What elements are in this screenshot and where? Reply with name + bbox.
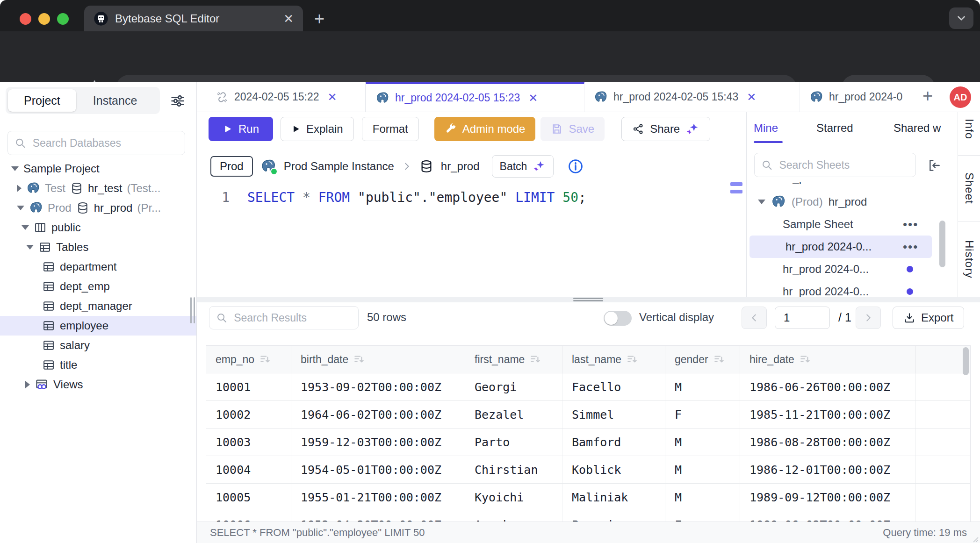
rail-tab-sheet[interactable]: Sheet xyxy=(958,156,980,221)
sheet-item-sample-sheet[interactable]: Sample Sheet ••• xyxy=(747,213,958,236)
table-row[interactable]: 10005 1955-01-21T00:00:00Z Kyoichi Malin… xyxy=(206,484,970,511)
tab-mine[interactable]: Mine xyxy=(754,121,778,135)
tab-starred[interactable]: Starred xyxy=(816,121,853,135)
instance-name[interactable]: Prod Sample Instance xyxy=(284,160,394,173)
sort-icon[interactable] xyxy=(259,353,271,365)
database-name[interactable]: hr_prod xyxy=(441,160,480,173)
tree-item-hr-prod[interactable]: Prod hr_prod (Pr... xyxy=(0,198,197,218)
caret-down-icon[interactable] xyxy=(26,245,34,250)
sidebar-resize-handle[interactable] xyxy=(190,297,192,323)
tree-item-tables-group[interactable]: Tables xyxy=(0,237,197,257)
tab-shared-with-me[interactable]: Shared w xyxy=(894,121,941,135)
column-header-hire-date[interactable]: hire_date xyxy=(740,346,916,373)
table-row[interactable]: 10004 1954-05-01T00:00:00Z Chirstian Kob… xyxy=(206,456,970,484)
caret-right-icon[interactable] xyxy=(17,185,22,192)
sheet-tab-1[interactable]: 2024-02-05 15:22 ✕ xyxy=(206,82,366,112)
zoom-window-button[interactable] xyxy=(57,13,69,25)
tree-item-table-department[interactable]: department xyxy=(0,257,197,277)
close-tab-icon[interactable]: ✕ xyxy=(747,91,756,104)
search-sheets-input[interactable] xyxy=(778,158,909,172)
results-scrollbar[interactable] xyxy=(963,347,969,375)
tree-item-table-title[interactable]: title xyxy=(0,355,197,375)
column-header-last-name[interactable]: last_name xyxy=(562,346,665,373)
tree-item-table-salary[interactable]: salary xyxy=(0,336,197,355)
more-menu-icon[interactable]: ••• xyxy=(903,240,918,254)
sheet-tab-3[interactable]: hr_prod 2024-02-05 15:43 ✕ xyxy=(584,82,800,112)
database-search[interactable] xyxy=(7,131,185,155)
sheet-tab-2-active[interactable]: hr_prod 2024-02-05 15:23 ✕ xyxy=(366,82,584,112)
database-tree: Sample Project Test hr_test (Test... Pro… xyxy=(0,159,197,394)
sort-icon[interactable] xyxy=(626,353,638,365)
table-row[interactable]: 10003 1959-12-03T00:00:00Z Parto Bamford… xyxy=(206,429,970,456)
table-row[interactable]: 10006 1953-04-20T00:00:00Z Anneke Preusi… xyxy=(206,511,970,522)
close-window-button[interactable] xyxy=(20,13,31,25)
sort-icon[interactable] xyxy=(529,353,541,365)
table-row[interactable]: 10002 1964-06-02T00:00:00Z Bezalel Simme… xyxy=(206,401,970,429)
close-tab-icon[interactable]: ✕ xyxy=(528,92,538,105)
tree-item-table-dept-emp[interactable]: dept_emp xyxy=(0,277,197,296)
sort-icon[interactable] xyxy=(799,353,811,365)
column-header-emp-no[interactable]: emp_no xyxy=(206,346,291,373)
search-databases-input[interactable] xyxy=(32,136,178,150)
resize-grip-icon[interactable] xyxy=(971,535,979,543)
tab-search-button[interactable] xyxy=(949,7,973,29)
sort-icon[interactable] xyxy=(713,353,725,365)
tree-item-views-group[interactable]: Views xyxy=(0,375,197,394)
column-header-first-name[interactable]: first_name xyxy=(465,346,562,373)
caret-down-icon[interactable] xyxy=(17,206,24,210)
unsaved-dot-icon xyxy=(907,288,913,295)
format-button[interactable]: Format xyxy=(362,117,419,141)
browser-tab[interactable]: Bytebase SQL Editor ✕ xyxy=(84,6,303,31)
tree-item-sample-project[interactable]: Sample Project xyxy=(0,159,197,179)
sheet-group-hr-prod[interactable]: (Prod) hr_prod xyxy=(747,191,958,213)
tree-item-table-dept-manager[interactable]: dept_manager xyxy=(0,296,197,316)
explain-button[interactable]: Explain xyxy=(281,117,354,141)
table-icon xyxy=(42,300,55,313)
batch-button[interactable]: Batch xyxy=(492,155,554,178)
user-avatar[interactable]: AD xyxy=(950,86,971,108)
sheet-item-unsaved[interactable]: hr_prod 2024-0... xyxy=(747,258,958,280)
sheet-tab-4[interactable]: hr_prod 2024-0 xyxy=(800,82,916,112)
caret-down-icon[interactable] xyxy=(758,200,765,204)
admin-mode-button[interactable]: Admin mode xyxy=(434,117,536,141)
new-tab-button[interactable]: + xyxy=(314,10,324,27)
run-button[interactable]: Run xyxy=(209,117,273,141)
sheet-panel-scrollbar[interactable] xyxy=(939,221,945,267)
info-icon[interactable] xyxy=(568,158,584,174)
rail-tab-info[interactable]: Info xyxy=(958,112,980,156)
minimize-window-button[interactable] xyxy=(38,13,50,25)
more-menu-icon[interactable]: ••• xyxy=(903,217,918,232)
import-sheet-icon[interactable] xyxy=(927,158,942,173)
caret-right-icon[interactable] xyxy=(25,381,30,388)
bytebase-app: Project Instance Sample Project Test xyxy=(0,82,980,543)
filter-sliders-icon[interactable] xyxy=(169,93,186,109)
tree-item-schema-public[interactable]: public xyxy=(0,218,197,237)
share-button[interactable]: Share xyxy=(621,117,710,141)
drag-handle-icon[interactable] xyxy=(573,300,603,301)
tree-item-hr-test[interactable]: Test hr_test (Test... xyxy=(0,179,197,198)
new-sheet-tab-button[interactable]: + xyxy=(922,86,933,106)
sheet-item-selected[interactable]: hr_prod 2024-0... ••• xyxy=(749,236,932,258)
column-header-birth-date[interactable]: birth_date xyxy=(291,346,465,373)
sheet-item-unsaved[interactable]: hr_prod 2024-0... xyxy=(747,280,958,297)
caret-down-icon[interactable] xyxy=(11,166,19,171)
sort-icon[interactable] xyxy=(353,353,365,365)
tab-close-icon[interactable]: ✕ xyxy=(283,13,294,25)
drag-handle-icon[interactable] xyxy=(573,298,603,299)
caret-down-icon[interactable] xyxy=(22,225,29,230)
column-header-gender[interactable]: gender xyxy=(665,346,740,373)
panel-resize-divider[interactable] xyxy=(197,297,980,302)
sql-code-line[interactable]: 1 SELECT * FROM "public"."employee" LIMI… xyxy=(197,190,586,205)
sidebar-resize-handle[interactable] xyxy=(194,297,195,323)
tree-item-table-employee[interactable]: employee xyxy=(0,316,197,336)
tab-instance[interactable]: Instance xyxy=(76,94,154,107)
table-row[interactable]: 10001 1953-09-02T00:00:00Z Georgi Facell… xyxy=(206,373,970,401)
rail-tab-history[interactable]: History xyxy=(958,221,980,297)
sheet-search[interactable] xyxy=(754,153,916,177)
sheet-item-clipped-top[interactable]: hr_prod 2024-0... xyxy=(747,182,958,188)
tab-project[interactable]: Project xyxy=(8,89,76,112)
close-tab-icon[interactable]: ✕ xyxy=(328,91,337,104)
editor-scroll-mark xyxy=(730,182,742,186)
save-button[interactable]: Save xyxy=(540,117,605,141)
browser-window: Bytebase SQL Editor ✕ + localhost:8080/s… xyxy=(0,0,980,543)
